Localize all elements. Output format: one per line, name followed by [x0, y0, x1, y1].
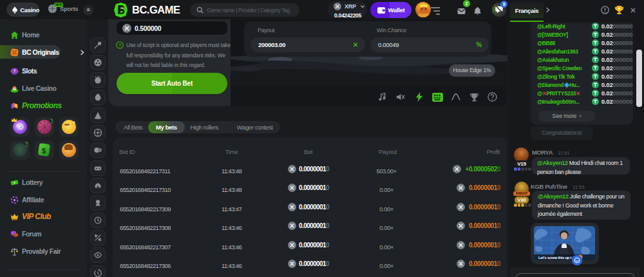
svg-text:7: 7	[14, 68, 16, 73]
svg-text:Let's screw this up t er: Let's screw this up t er	[538, 256, 576, 260]
svg-text:?: ?	[118, 43, 121, 48]
